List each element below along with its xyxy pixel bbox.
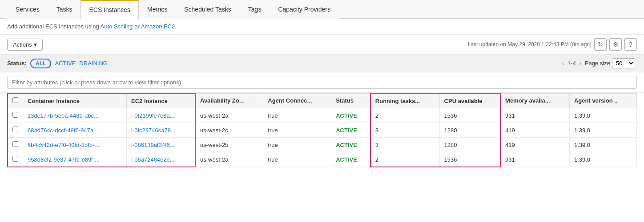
help-icon: ?	[629, 41, 632, 48]
row-cpu-available: 1280	[439, 123, 500, 138]
filter-input[interactable]	[7, 76, 637, 89]
row-container-instance: 6b4c542d-e7f0-40fd-8dfb-...	[23, 138, 127, 152]
header-running-tasks: Running tasks...	[370, 93, 439, 108]
table-body: 13dc177b-5e0a-448b-abc... i-0f2199fe7e8a…	[8, 108, 637, 167]
row-status: ACTIVE	[331, 123, 370, 138]
header-availability-zone: Availability Zo...	[195, 93, 263, 108]
settings-button[interactable]: ⚙	[609, 38, 622, 51]
table-row: 6b4c542d-e7f0-40fd-8dfb-... i-086139af34…	[8, 138, 637, 152]
tab-capacity-providers[interactable]: Capacity Providers	[270, 0, 339, 19]
select-all-checkbox[interactable]	[12, 97, 18, 103]
status-filter-label: Status:	[7, 60, 27, 67]
row-memory-available: 419	[500, 138, 569, 152]
row-ec2-instance: i-0f2199fe7e8a...	[127, 108, 195, 123]
row-agent-connected: true	[263, 152, 331, 167]
row-ec2-instance: i-06a72464e2e...	[127, 152, 195, 167]
ec2-instance-link[interactable]: i-0fc29746ca78...	[131, 127, 176, 134]
row-container-instance: 13dc177b-5e0a-448b-abc...	[23, 108, 127, 123]
header-status: Status	[331, 93, 370, 108]
row-checkbox-cell	[8, 138, 23, 152]
status-active-link[interactable]: ACTIVE	[55, 60, 76, 67]
container-instance-link[interactable]: 6b4c542d-e7f0-40fd-8dfb-...	[28, 142, 99, 148]
status-value: ACTIVE	[336, 127, 357, 134]
amazon-ec2-link[interactable]: Amazon EC2	[141, 23, 175, 30]
row-running-tasks: 3	[370, 123, 439, 138]
next-page-button[interactable]: ›	[578, 59, 583, 67]
prev-page-button[interactable]: ‹	[560, 59, 566, 67]
page-size-select[interactable]: 50 25 100	[612, 58, 635, 68]
row-memory-available: 931	[500, 108, 569, 123]
row-container-instance: 958d8ef2-9e87-47fb-b89f-...	[23, 152, 127, 167]
header-ec2-instance: EC2 Instance	[127, 93, 195, 108]
refresh-button[interactable]: ↻	[594, 38, 607, 51]
toolbar-left: Actions ▾	[7, 39, 43, 51]
help-button[interactable]: ?	[624, 38, 637, 51]
container-instance-link[interactable]: 13dc177b-5e0a-448b-abc...	[28, 112, 99, 119]
instances-table: Container Instance EC2 Instance Availabi…	[7, 93, 637, 167]
table-row: 958d8ef2-9e87-47fb-b89f-... i-06a72464e2…	[8, 152, 637, 167]
row-cpu-available: 1536	[439, 108, 500, 123]
actions-button[interactable]: Actions ▾	[7, 39, 43, 51]
header-agent-version: Agent version ..	[569, 93, 636, 108]
info-text-end: .	[175, 23, 177, 30]
row-agent-connected: true	[263, 138, 331, 152]
row-checkbox[interactable]	[12, 112, 18, 118]
row-status: ACTIVE	[331, 138, 370, 152]
gear-icon: ⚙	[613, 41, 619, 48]
status-value: ACTIVE	[336, 142, 357, 148]
row-running-tasks: 2	[370, 152, 439, 167]
row-agent-version: 1.39.0	[569, 152, 636, 167]
info-separator: or	[133, 23, 141, 30]
tab-tasks[interactable]: Tasks	[48, 0, 81, 19]
table-header-row: Container Instance EC2 Instance Availabi…	[8, 93, 637, 108]
row-checkbox-cell	[8, 152, 23, 167]
row-container-instance: 684d764c-dccf-49f6-947a...	[23, 123, 127, 138]
row-status: ACTIVE	[331, 108, 370, 123]
row-availability-zone: us-west-2b	[195, 138, 263, 152]
page-range: 1-4	[568, 60, 576, 67]
row-agent-connected: true	[263, 123, 331, 138]
row-agent-version: 1.39.0	[569, 138, 636, 152]
tab-tags[interactable]: Tags	[240, 0, 270, 19]
row-agent-version: 1.39.0	[569, 123, 636, 138]
refresh-icon: ↻	[598, 41, 603, 48]
row-checkbox[interactable]	[12, 156, 18, 162]
tab-scheduled-tasks[interactable]: Scheduled Tasks	[176, 0, 240, 19]
header-checkbox-col	[8, 93, 23, 108]
auto-scaling-link[interactable]: Auto Scaling	[101, 23, 133, 30]
row-availability-zone: us-west-2a	[195, 108, 263, 123]
row-checkbox[interactable]	[12, 141, 18, 147]
status-all-button[interactable]: ALL	[30, 59, 51, 68]
row-agent-version: 1.39.0	[569, 108, 636, 123]
info-bar: Add additional ECS Instances using Auto …	[0, 19, 644, 35]
status-value: ACTIVE	[336, 156, 357, 163]
header-container-instance: Container Instance	[23, 93, 127, 108]
row-availability-zone: us-west-2a	[195, 152, 263, 167]
table-row: 13dc177b-5e0a-448b-abc... i-0f2199fe7e8a…	[8, 108, 637, 123]
ec2-instance-link[interactable]: i-0f2199fe7e8a...	[131, 112, 175, 119]
info-text: Add additional ECS Instances using	[7, 23, 101, 30]
last-updated-text: Last updated on May 29, 2020 1:32:43 PM …	[468, 41, 592, 48]
row-running-tasks: 3	[370, 138, 439, 152]
ec2-instance-link[interactable]: i-06a72464e2e...	[131, 156, 175, 163]
tab-metrics[interactable]: Metrics	[139, 0, 176, 19]
actions-label: Actions	[13, 41, 32, 48]
status-draining-link[interactable]: DRAINING	[79, 60, 108, 67]
row-ec2-instance: i-0fc29746ca78...	[127, 123, 195, 138]
row-checkbox-cell	[8, 123, 23, 138]
row-memory-available: 419	[500, 123, 569, 138]
row-availability-zone: us-west-2c	[195, 123, 263, 138]
row-running-tasks: 2	[370, 108, 439, 123]
row-checkbox[interactable]	[12, 127, 18, 132]
table-row: 684d764c-dccf-49f6-947a... i-0fc29746ca7…	[8, 123, 637, 138]
actions-chevron-icon: ▾	[34, 41, 37, 48]
container-instance-link[interactable]: 958d8ef2-9e87-47fb-b89f-...	[28, 156, 100, 163]
tab-services[interactable]: Services	[7, 0, 48, 19]
row-cpu-available: 1280	[439, 138, 500, 152]
row-agent-connected: true	[263, 108, 331, 123]
tab-ecs-instances[interactable]: ECS Instances	[80, 0, 139, 19]
row-ec2-instance: i-086139af34f6...	[127, 138, 195, 152]
tabs-bar: Services Tasks ECS Instances Metrics Sch…	[0, 0, 644, 19]
container-instance-link[interactable]: 684d764c-dccf-49f6-947a...	[28, 127, 98, 134]
ec2-instance-link[interactable]: i-086139af34f6...	[131, 142, 175, 148]
